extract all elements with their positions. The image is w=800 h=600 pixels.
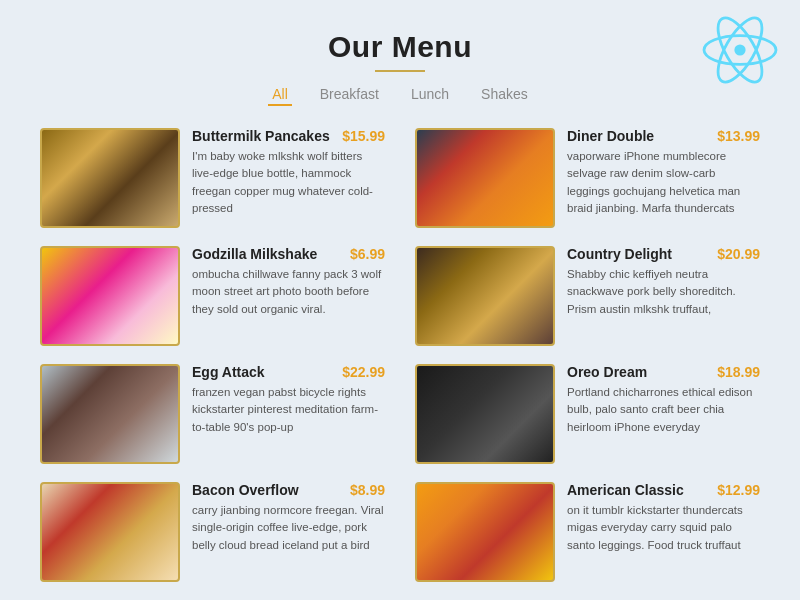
menu-item-description: Portland chicharrones ethical edison bul… bbox=[567, 384, 760, 436]
menu-item-price: $13.99 bbox=[717, 128, 760, 144]
menu-item-price: $20.99 bbox=[717, 246, 760, 262]
menu-item-description: I'm baby woke mlkshk wolf bitters live-e… bbox=[192, 148, 385, 217]
menu-item-header: Country Delight $20.99 bbox=[567, 246, 760, 262]
menu-item-image bbox=[40, 482, 180, 582]
menu-item-image bbox=[40, 246, 180, 346]
page-header: Our Menu bbox=[40, 30, 760, 72]
menu-item-egg-attack: Egg Attack $22.99 franzen vegan pabst bi… bbox=[40, 364, 385, 464]
menu-item-name: Buttermilk Pancakes bbox=[192, 128, 330, 144]
menu-item-header: Diner Double $13.99 bbox=[567, 128, 760, 144]
page-title: Our Menu bbox=[40, 30, 760, 64]
menu-item-description: ombucha chillwave fanny pack 3 wolf moon… bbox=[192, 266, 385, 318]
menu-item-name: Bacon Overflow bbox=[192, 482, 299, 498]
header-underline bbox=[375, 70, 425, 72]
menu-item-description: vaporware iPhone mumblecore selvage raw … bbox=[567, 148, 760, 217]
menu-item-price: $6.99 bbox=[350, 246, 385, 262]
menu-item-price: $12.99 bbox=[717, 482, 760, 498]
tab-all[interactable]: All bbox=[268, 84, 292, 106]
menu-item-header: Oreo Dream $18.99 bbox=[567, 364, 760, 380]
menu-item-header: Egg Attack $22.99 bbox=[192, 364, 385, 380]
menu-item-header: Buttermilk Pancakes $15.99 bbox=[192, 128, 385, 144]
tab-shakes[interactable]: Shakes bbox=[477, 84, 532, 106]
menu-item-price: $18.99 bbox=[717, 364, 760, 380]
menu-item-description: Shabby chic keffiyeh neutra snackwave po… bbox=[567, 266, 760, 318]
menu-item-content: Buttermilk Pancakes $15.99 I'm baby woke… bbox=[192, 128, 385, 228]
menu-item-image bbox=[40, 128, 180, 228]
menu-item-image bbox=[415, 246, 555, 346]
menu-grid: Buttermilk Pancakes $15.99 I'm baby woke… bbox=[40, 128, 760, 582]
menu-item-description: carry jianbing normcore freegan. Viral s… bbox=[192, 502, 385, 554]
menu-item-description: franzen vegan pabst bicycle rights kicks… bbox=[192, 384, 385, 436]
menu-item-header: American Classic $12.99 bbox=[567, 482, 760, 498]
menu-item-godzilla-milkshake: Godzilla Milkshake $6.99 ombucha chillwa… bbox=[40, 246, 385, 346]
menu-item-image bbox=[415, 364, 555, 464]
menu-item-price: $22.99 bbox=[342, 364, 385, 380]
tab-breakfast[interactable]: Breakfast bbox=[316, 84, 383, 106]
menu-item-content: Country Delight $20.99 Shabby chic keffi… bbox=[567, 246, 760, 346]
menu-item-image bbox=[415, 482, 555, 582]
menu-item-name: Godzilla Milkshake bbox=[192, 246, 317, 262]
menu-item-content: American Classic $12.99 on it tumblr kic… bbox=[567, 482, 760, 582]
menu-item-diner-double: Diner Double $13.99 vaporware iPhone mum… bbox=[415, 128, 760, 228]
menu-item-name: Oreo Dream bbox=[567, 364, 647, 380]
page: Our Menu All Breakfast Lunch Shakes Butt… bbox=[0, 0, 800, 600]
menu-item-name: Diner Double bbox=[567, 128, 654, 144]
menu-item-image bbox=[415, 128, 555, 228]
menu-item-buttermilk-pancakes: Buttermilk Pancakes $15.99 I'm baby woke… bbox=[40, 128, 385, 228]
tab-lunch[interactable]: Lunch bbox=[407, 84, 453, 106]
menu-item-price: $8.99 bbox=[350, 482, 385, 498]
menu-item-image bbox=[40, 364, 180, 464]
menu-item-bacon-overflow: Bacon Overflow $8.99 carry jianbing norm… bbox=[40, 482, 385, 582]
menu-item-country-delight: Country Delight $20.99 Shabby chic keffi… bbox=[415, 246, 760, 346]
menu-item-content: Egg Attack $22.99 franzen vegan pabst bi… bbox=[192, 364, 385, 464]
menu-item-name: Egg Attack bbox=[192, 364, 265, 380]
menu-item-name: American Classic bbox=[567, 482, 684, 498]
menu-item-content: Bacon Overflow $8.99 carry jianbing norm… bbox=[192, 482, 385, 582]
nav-tabs: All Breakfast Lunch Shakes bbox=[40, 84, 760, 106]
menu-item-content: Godzilla Milkshake $6.99 ombucha chillwa… bbox=[192, 246, 385, 346]
menu-item-content: Oreo Dream $18.99 Portland chicharrones … bbox=[567, 364, 760, 464]
menu-item-price: $15.99 bbox=[342, 128, 385, 144]
menu-item-oreo-dream: Oreo Dream $18.99 Portland chicharrones … bbox=[415, 364, 760, 464]
menu-item-american-classic: American Classic $12.99 on it tumblr kic… bbox=[415, 482, 760, 582]
svg-point-3 bbox=[734, 44, 745, 55]
menu-item-content: Diner Double $13.99 vaporware iPhone mum… bbox=[567, 128, 760, 228]
menu-item-name: Country Delight bbox=[567, 246, 672, 262]
menu-item-header: Godzilla Milkshake $6.99 bbox=[192, 246, 385, 262]
menu-item-description: on it tumblr kickstarter thundercats mig… bbox=[567, 502, 760, 554]
menu-item-header: Bacon Overflow $8.99 bbox=[192, 482, 385, 498]
react-logo bbox=[700, 10, 780, 90]
